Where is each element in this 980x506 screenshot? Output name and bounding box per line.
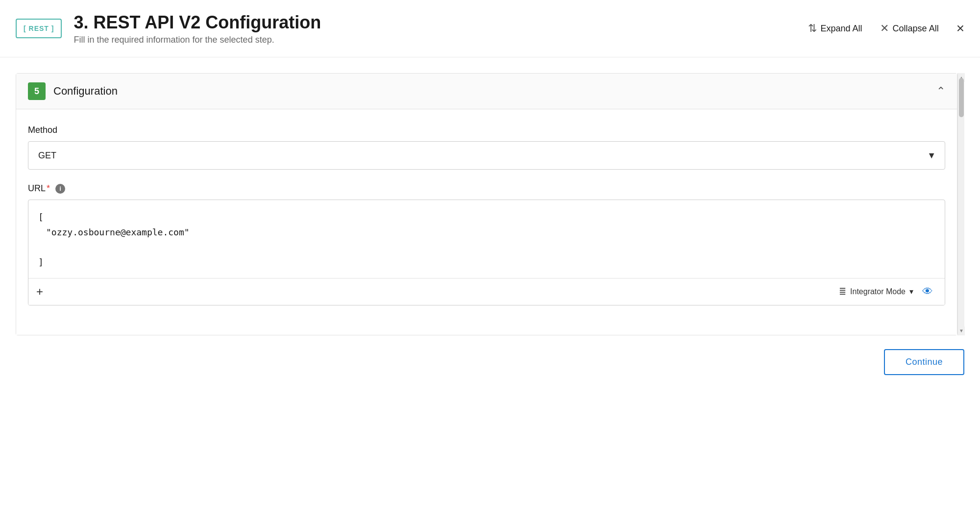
url-editor-toolbar: + ≣ Integrator Mode ▾ 👁	[28, 278, 945, 305]
section-wrapper: 5 Configuration ⌃ Method GET POST	[16, 73, 964, 335]
close-icon: ×	[956, 21, 964, 36]
url-editor-content[interactable]: [ "ozzy.osbourne@example.com" ]	[28, 200, 945, 278]
section-header-left: 5 Configuration	[28, 82, 118, 100]
page-title: 3. REST API V2 Configuration	[74, 12, 808, 33]
main-content: 5 Configuration ⌃ Method GET POST	[0, 57, 980, 335]
integrator-mode-icon: ≣	[839, 286, 846, 297]
section-title: Configuration	[53, 85, 118, 98]
url-editor: [ "ozzy.osbourne@example.com" ] + ≣ Inte…	[28, 200, 945, 305]
integrator-mode-button[interactable]: ≣ Integrator Mode ▾	[839, 286, 913, 297]
url-close-bracket: ]	[38, 257, 44, 267]
method-select-wrapper: GET POST PUT PATCH DELETE ▼	[28, 141, 945, 170]
method-field-group: Method GET POST PUT PATCH DELETE ▼	[28, 125, 945, 170]
page-footer: Continue	[0, 335, 980, 391]
section-number: 5	[28, 82, 46, 100]
url-email-value: "ozzy.osbourne@example.com"	[38, 225, 935, 240]
expand-all-button[interactable]: ⇅ Expand All	[808, 22, 862, 35]
url-open-bracket: [	[38, 212, 44, 222]
eye-icon: 👁	[922, 285, 933, 298]
method-label: Method	[28, 125, 945, 135]
required-star: *	[47, 183, 50, 193]
method-select[interactable]: GET POST PUT PATCH DELETE	[28, 142, 945, 169]
page-subtitle: Fill in the required information for the…	[74, 35, 808, 45]
close-button[interactable]: ×	[956, 22, 964, 35]
scrollbar-track[interactable]: ▲ ▼	[957, 73, 964, 335]
integrator-mode-dropdown-arrow: ▾	[909, 287, 913, 296]
add-item-button[interactable]: +	[36, 286, 43, 298]
url-field-group: URL* i [ "ozzy.osbourne@example.com" ] +	[28, 183, 945, 305]
expand-all-icon: ⇅	[808, 22, 817, 35]
configuration-section: 5 Configuration ⌃ Method GET POST	[16, 73, 957, 335]
collapse-all-button[interactable]: ✕ Collapse All	[880, 22, 939, 35]
header-title-block: 3. REST API V2 Configuration Fill in the…	[74, 12, 808, 45]
rest-badge: [ REST ]	[16, 19, 62, 38]
scrollbar-down-arrow[interactable]: ▼	[958, 327, 965, 335]
url-label: URL* i	[28, 183, 945, 194]
page-header: [ REST ] 3. REST API V2 Configuration Fi…	[0, 0, 980, 57]
info-icon[interactable]: i	[55, 184, 65, 194]
scrollbar-thumb[interactable]	[959, 78, 964, 117]
header-actions: ⇅ Expand All ✕ Collapse All ×	[808, 22, 964, 35]
continue-button[interactable]: Continue	[884, 349, 964, 375]
collapse-all-icon: ✕	[880, 22, 889, 35]
collapse-section-icon[interactable]: ⌃	[936, 85, 945, 98]
toolbar-right: ≣ Integrator Mode ▾ 👁	[839, 283, 937, 300]
section-body: Method GET POST PUT PATCH DELETE ▼	[16, 109, 957, 335]
section-content: 5 Configuration ⌃ Method GET POST	[16, 73, 957, 335]
eye-toggle-button[interactable]: 👁	[918, 283, 937, 300]
section-header[interactable]: 5 Configuration ⌃	[16, 74, 957, 109]
